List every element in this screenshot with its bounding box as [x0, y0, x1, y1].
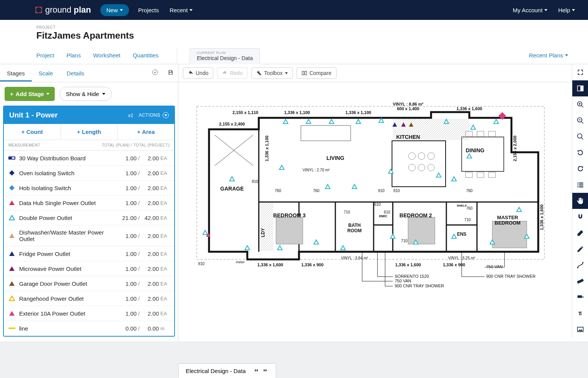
zoom-fit-icon[interactable]: [572, 129, 588, 145]
tab-worksheet[interactable]: Worksheet: [93, 48, 120, 64]
undo-button[interactable]: Undo: [183, 67, 213, 79]
expand-icon[interactable]: [572, 64, 588, 80]
sidebar-tab-details[interactable]: Details: [60, 65, 91, 81]
measurement-plan-total: 1.00: [114, 233, 137, 239]
measurement-icon: [8, 199, 15, 206]
measurement-row[interactable]: Rangehood Power Outlet 1.00 / 2.00 EA: [4, 291, 174, 306]
eraser-icon[interactable]: [572, 225, 588, 241]
main-area: Stages Scale Details +Add Stage Show & H…: [0, 64, 588, 341]
svg-text:760: 760: [466, 189, 473, 193]
compare-button[interactable]: Compare: [297, 67, 336, 79]
measurement-name: line: [19, 325, 114, 332]
pencil-icon[interactable]: [572, 241, 588, 257]
project-label: PROJECT: [36, 25, 588, 29]
help-link[interactable]: Help: [553, 4, 580, 16]
svg-rect-5: [305, 71, 307, 75]
add-count-button[interactable]: + Count: [4, 124, 61, 140]
text-icon[interactable]: T: [572, 305, 588, 321]
measurement-row[interactable]: Microwave Power Outlet 1.00 / 2.00 EA: [4, 261, 174, 276]
measurement-icon: [8, 250, 15, 257]
svg-point-106: [577, 134, 582, 138]
svg-text:1,336 x 900: 1,336 x 900: [301, 262, 323, 267]
next-plan-button[interactable]: [262, 368, 269, 374]
measurement-project-total: 2.00: [141, 295, 159, 302]
svg-text:BATHROOM: BATHROOM: [347, 223, 361, 233]
stage-actions-button[interactable]: ACTIONS: [139, 112, 169, 118]
new-button[interactable]: New: [100, 4, 129, 16]
measurement-row[interactable]: Dishwasher/Waste Master Power Outlet 1.0…: [4, 225, 174, 246]
measurement-row[interactable]: Fridge Power Outlet 1.00 / 2.00 EA: [4, 246, 174, 261]
redo-button[interactable]: Redo: [217, 67, 247, 79]
svg-point-117: [582, 262, 583, 263]
image-icon[interactable]: [572, 321, 588, 337]
ruler-icon[interactable]: [572, 273, 588, 289]
sidebar-tab-scale[interactable]: Scale: [32, 65, 60, 81]
svg-text:600 x 1,400: 600 x 1,400: [397, 106, 419, 111]
show-hide-button[interactable]: Show & Hide: [59, 87, 112, 101]
measurement-row[interactable]: line 0.00 / 0.00 m: [4, 321, 174, 336]
floorplan[interactable]: 2,155 x 1,110 1,336 x 1,100 1,336 x 1,10…: [194, 91, 546, 298]
svg-text:BEDROOM 3: BEDROOM 3: [273, 212, 306, 218]
current-plan-tab[interactable]: CURRENT PLAN Electrical Design - Data: [189, 48, 260, 64]
measurement-unit: EA: [160, 266, 170, 272]
sidebar-tab-stages[interactable]: Stages: [0, 65, 32, 81]
measurement-row[interactable]: Data Hub Single Power Outlet 1.00 / 2.00…: [4, 196, 174, 210]
save-icon[interactable]: [167, 69, 173, 77]
tab-project[interactable]: Project: [36, 48, 54, 64]
measurement-row[interactable]: Garage Door Power Outlet 1.00 / 2.00 EA: [4, 276, 174, 291]
rotate-right-icon[interactable]: [572, 161, 588, 177]
check-icon[interactable]: [152, 69, 158, 77]
hand-icon[interactable]: [572, 193, 588, 209]
stage-header[interactable]: Unit 1 - Power x1 ACTIONS: [4, 106, 174, 124]
svg-rect-111: [579, 184, 583, 186]
measurement-row[interactable]: 30 Way Distribution Board 1.00 / 2.00 EA: [4, 151, 174, 166]
measurement-icon: [8, 280, 15, 287]
curve-icon[interactable]: [572, 257, 588, 273]
measurement-row[interactable]: Hob Isolating Switch 1.00 / 2.00 EA: [4, 181, 174, 196]
my-account-link[interactable]: My Account: [508, 4, 553, 16]
measurement-plan-total: 1.00: [114, 155, 137, 161]
toolbox-button[interactable]: Toolbox: [252, 67, 293, 79]
sidebar: Stages Scale Details +Add Stage Show & H…: [0, 64, 178, 341]
measurement-row[interactable]: Double Power Outlet 21.00 / 42.00 EA: [4, 210, 174, 225]
add-stage-button[interactable]: +Add Stage: [5, 87, 55, 101]
zoom-out-icon[interactable]: [572, 112, 588, 129]
list-icon[interactable]: [572, 177, 588, 193]
dimension-icon[interactable]: [572, 289, 588, 305]
prev-plan-button[interactable]: [253, 368, 260, 374]
measurement-unit: EA: [160, 311, 170, 316]
measurement-plan-total: 1.00: [114, 200, 137, 206]
svg-text:BEDROOM 2: BEDROOM 2: [400, 212, 432, 218]
panel-icon[interactable]: [572, 80, 588, 96]
measurement-icon: [8, 310, 15, 317]
recent-link[interactable]: Recent: [164, 4, 198, 16]
measurement-row[interactable]: Exterior 10A Power Outlet 1.00 / 2.00 EA: [4, 306, 174, 321]
chevron-down-icon: [189, 9, 193, 11]
svg-text:VINYL : 8.86 m²: VINYL : 8.86 m²: [393, 102, 423, 106]
svg-rect-2: [9, 157, 12, 159]
rotate-left-icon[interactable]: [572, 145, 588, 161]
magnet-icon[interactable]: [572, 209, 588, 225]
recent-plans-link[interactable]: Recent Plans: [529, 52, 568, 64]
measurement-plan-total: 0.00: [114, 325, 137, 332]
measurement-icon: [8, 169, 15, 176]
projects-link[interactable]: Projects: [133, 4, 164, 16]
measurement-icon: [8, 184, 15, 191]
tab-plans[interactable]: Plans: [67, 48, 81, 64]
add-length-button[interactable]: + Length: [61, 124, 118, 140]
zoom-in-icon[interactable]: [572, 96, 588, 112]
measurement-name: 30 Way Distribution Board: [19, 155, 114, 161]
svg-text:900 CNR TRAY SHOWER: 900 CNR TRAY SHOWER: [486, 274, 536, 279]
measurement-row[interactable]: Oven Isolating Switch 1.00 / 2.00 EA: [4, 166, 174, 181]
svg-line-100: [581, 106, 583, 108]
svg-text:SORRENTO 1520: SORRENTO 1520: [395, 274, 429, 279]
add-area-button[interactable]: + Area: [118, 124, 174, 140]
top-navbar: groundplan New Projects Recent My Accoun…: [0, 0, 588, 20]
bottom-plan-bar: Electrical Design - Data: [178, 363, 276, 378]
tab-quantities[interactable]: Quantities: [133, 48, 159, 64]
measurement-unit: m: [160, 326, 170, 331]
measurement-project-total: 2.00: [141, 266, 159, 272]
logo[interactable]: groundplan: [34, 5, 91, 15]
measurement-name: Microwave Power Outlet: [19, 266, 114, 272]
measurement-plan-total: 1.00: [114, 170, 137, 176]
